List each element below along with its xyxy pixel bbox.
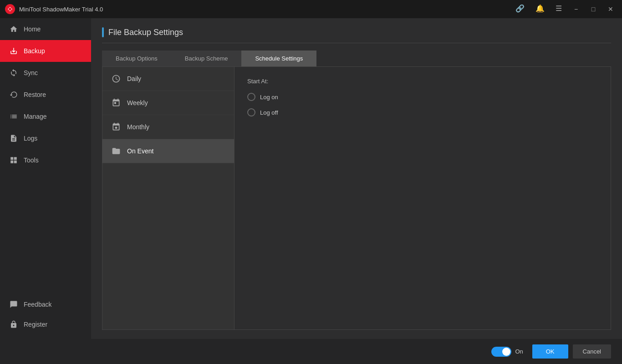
sidebar-nav: Home Backup Sync Restore (0, 18, 91, 294)
schedule-item-on-event[interactable]: On Event (102, 139, 234, 163)
app-title: MiniTool ShadowMaker Trial 4.0 (19, 6, 512, 13)
sidebar-label-sync: Sync (24, 69, 38, 76)
register-icon (9, 320, 18, 329)
radio-log-on[interactable]: Log on (247, 93, 598, 101)
cancel-button[interactable]: Cancel (573, 344, 611, 359)
radio-circle-log-off (247, 108, 255, 116)
sync-icon (9, 68, 18, 77)
sidebar-label-tools: Tools (24, 157, 39, 164)
schedule-detail: Start At: Log on Log off (235, 67, 611, 329)
calendar-month-icon (112, 122, 121, 131)
tab-row: Backup Options Backup Scheme Schedule Se… (102, 51, 611, 66)
logs-icon (9, 134, 18, 143)
tab-backup-options[interactable]: Backup Options (102, 51, 171, 66)
window-controls: 🔗 🔔 ☰ − □ ✕ (512, 2, 617, 16)
sidebar-label-logs: Logs (24, 135, 37, 142)
sidebar-bottom: Feedback Register (0, 294, 91, 339)
close-button[interactable]: ✕ (604, 2, 617, 16)
sidebar-label-backup: Backup (24, 47, 45, 55)
hamburger-icon[interactable]: ☰ (552, 2, 566, 16)
schedule-label-weekly: Weekly (127, 99, 148, 106)
sidebar-item-logs[interactable]: Logs (0, 127, 91, 149)
titlebar: MiniTool ShadowMaker Trial 4.0 🔗 🔔 ☰ − □… (0, 0, 622, 18)
schedule-item-monthly[interactable]: Monthly (102, 115, 234, 139)
sidebar-item-backup[interactable]: Backup (0, 40, 91, 62)
main-layout: Home Backup Sync Restore (0, 18, 622, 339)
pin-icon[interactable]: 🔗 (512, 2, 528, 16)
restore-button[interactable]: □ (586, 2, 600, 16)
minimize-button[interactable]: − (569, 2, 583, 16)
bell-icon[interactable]: 🔔 (532, 2, 548, 16)
schedule-label-on-event: On Event (127, 147, 153, 155)
radio-label-log-on: Log on (260, 94, 278, 101)
start-at-label: Start At: (247, 78, 598, 85)
radio-group: Log on Log off (247, 93, 598, 116)
folder-icon (112, 147, 121, 156)
radio-log-off[interactable]: Log off (247, 108, 598, 116)
sidebar-item-restore[interactable]: Restore (0, 84, 91, 106)
svg-point-1 (9, 8, 11, 10)
schedule-item-weekly[interactable]: Weekly (102, 91, 234, 115)
app-logo (5, 4, 15, 15)
radio-label-log-off: Log off (260, 109, 278, 116)
toggle-label: On (515, 348, 523, 355)
tab-schedule-settings[interactable]: Schedule Settings (241, 51, 316, 66)
sidebar-item-home[interactable]: Home (0, 18, 91, 40)
sidebar-label-restore: Restore (24, 91, 46, 98)
content-area: File Backup Settings Backup Options Back… (91, 18, 622, 339)
sidebar-item-feedback[interactable]: Feedback (0, 294, 91, 314)
backup-icon (9, 46, 18, 56)
sidebar-item-manage[interactable]: Manage (0, 106, 91, 127)
page-title: File Backup Settings (108, 28, 183, 37)
toggle-container: On (491, 347, 523, 357)
clock-icon (112, 74, 121, 83)
sidebar-label-feedback: Feedback (24, 301, 51, 308)
tools-icon (9, 156, 18, 165)
on-off-toggle[interactable] (491, 347, 511, 357)
calendar-week-icon (112, 98, 121, 107)
feedback-icon (9, 300, 18, 309)
sidebar-item-sync[interactable]: Sync (0, 62, 91, 84)
sidebar-item-register[interactable]: Register (0, 314, 91, 334)
page-title-accent (102, 27, 104, 37)
settings-body: Daily Weekly Monthly (102, 66, 611, 330)
sidebar-label-home: Home (24, 25, 41, 33)
sidebar-label-register: Register (24, 321, 47, 328)
schedule-label-monthly: Monthly (127, 123, 149, 131)
schedule-item-daily[interactable]: Daily (102, 67, 234, 91)
sidebar-item-tools[interactable]: Tools (0, 149, 91, 171)
schedule-list: Daily Weekly Monthly (102, 67, 235, 329)
home-icon (9, 25, 18, 34)
tab-backup-scheme[interactable]: Backup Scheme (171, 51, 242, 66)
sidebar: Home Backup Sync Restore (0, 18, 91, 339)
radio-circle-log-on (247, 93, 255, 101)
ok-button[interactable]: OK (532, 344, 568, 359)
restore-icon (9, 90, 18, 99)
bottom-bar: On OK Cancel (0, 339, 622, 364)
schedule-label-daily: Daily (127, 75, 141, 82)
manage-icon (9, 112, 18, 121)
page-title-bar: File Backup Settings (102, 27, 611, 43)
sidebar-label-manage: Manage (24, 113, 47, 120)
